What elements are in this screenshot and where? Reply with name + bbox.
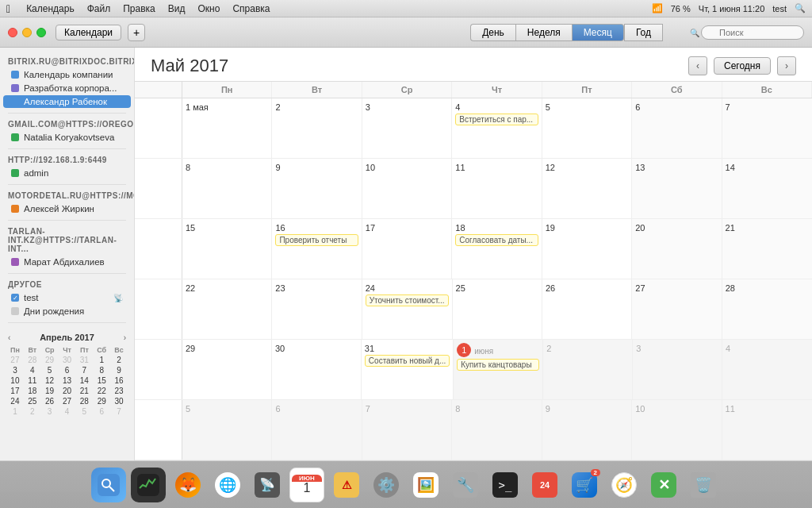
calendar-day-cell[interactable]: 1 июня Купить канцтовары [454,340,543,399]
fullscreen-button[interactable] [36,28,46,37]
mini-cal-day[interactable]: 21 [75,386,93,396]
add-event-button[interactable]: + [128,24,145,41]
calendar-day-cell[interactable]: 6 [272,400,362,460]
sidebar-item-company-calendar[interactable]: Календарь компании [3,68,131,81]
sidebar-item-admin[interactable]: admin [3,167,131,179]
mini-cal-day[interactable]: 20 [59,386,76,396]
calendar-day-cell[interactable]: 14 [722,159,812,218]
calendar-day-cell[interactable]: 17 [362,219,452,279]
mini-cal-day[interactable]: 27 [6,355,24,365]
dock-item-prefs[interactable]: ⚙️ [369,468,404,502]
mini-cal-day[interactable]: 2 [24,406,41,417]
calendar-checkbox[interactable]: ✓ [11,294,19,302]
mini-cal-day[interactable]: 15 [93,375,110,386]
menu-file[interactable]: Файл [87,3,111,14]
mini-cal-day[interactable]: 9 [110,365,128,375]
calendar-day-cell[interactable]: 8 [452,400,542,460]
minimize-button[interactable] [22,28,32,37]
calendar-day-cell[interactable]: 19 [542,219,632,279]
menu-help[interactable]: Справка [232,3,270,14]
sidebar-item-birthdays[interactable]: Дни рождения [3,305,131,318]
mini-cal-day[interactable]: 18 [24,386,41,396]
mini-cal-day[interactable]: 13 [59,375,76,386]
calendar-event[interactable]: Встретиться с пар... [455,114,538,125]
mini-cal-day[interactable]: 29 [41,355,59,365]
calendar-day-cell[interactable]: 31 Составить новый д... [362,340,454,399]
dock-item-calendar[interactable]: ИЮН 1 [289,468,324,502]
mini-cal-day[interactable]: 14 [75,375,93,386]
calendar-day-cell[interactable]: 13 [632,159,722,218]
dock-item-finder[interactable] [91,468,126,502]
calendar-day-cell[interactable]: 25 [453,279,542,339]
mini-cal-day[interactable]: 25 [24,396,41,406]
dock-item-trash[interactable]: 🗑️ [686,468,721,502]
dock-item-appstore[interactable]: 🛒 2 [567,468,602,502]
calendar-today-button[interactable]: Сегодня [714,57,771,75]
calendar-day-cell[interactable]: 28 [722,279,812,339]
mini-cal-day[interactable]: 24 [6,396,24,406]
mini-cal-day[interactable]: 6 [93,406,110,417]
mini-cal-day[interactable]: 6 [59,365,76,375]
mini-cal-day[interactable]: 11 [24,375,41,386]
menu-window[interactable]: Окно [197,3,220,14]
calendar-day-cell[interactable]: 1 мая [182,98,272,158]
search-icon[interactable]: 🔍 [795,3,806,13]
calendar-day-cell[interactable]: 9 [272,159,362,218]
calendar-day-cell[interactable]: 15 [182,219,272,279]
calendar-day-cell[interactable]: 8 [182,159,272,218]
calendar-event[interactable]: Уточнить стоимост... [366,294,449,306]
mini-cal-day[interactable]: 5 [41,365,59,375]
sidebar-item-test[interactable]: ✓ test 📡 [3,291,131,304]
calendar-day-cell[interactable]: 10 [362,159,452,218]
sidebar-item-natalia[interactable]: Natalia Koryakovtseva [3,131,131,144]
mini-cal-day[interactable]: 22 [93,386,110,396]
calendar-day-cell[interactable]: 4 [722,340,812,399]
calendar-event[interactable]: Согласовать даты... [455,234,538,246]
dock-item-photos[interactable]: 🖼️ [408,468,443,502]
mini-cal-day[interactable]: 2 [110,355,128,365]
calendar-day-cell[interactable]: 3 [633,340,722,399]
mini-cal-day[interactable]: 1 [6,406,24,417]
mini-cal-next[interactable]: › [122,333,128,342]
calendar-day-cell[interactable]: 10 [632,400,722,460]
calendar-event[interactable]: Купить канцтовары [457,359,539,371]
calendar-day-cell[interactable]: 21 [722,219,812,279]
calendar-day-cell[interactable]: 18 Согласовать даты... [452,219,542,279]
calendar-event[interactable]: Проверить отчеты [275,234,358,246]
view-week-button[interactable]: Неделя [515,24,573,41]
mini-cal-day[interactable]: 3 [6,365,24,375]
mini-cal-day[interactable]: 4 [24,365,41,375]
dock-item-warning[interactable]: ⚠ [329,468,364,502]
calendar-day-cell[interactable]: 29 [182,340,272,399]
app-name[interactable]: Календарь [26,3,75,14]
mini-cal-day[interactable]: 28 [75,396,93,406]
mini-cal-prev[interactable]: ‹ [6,333,12,342]
calendar-day-cell[interactable]: 7 [722,98,812,158]
calendar-day-cell[interactable]: 22 [182,279,272,339]
mini-cal-day[interactable]: 12 [41,375,59,386]
sidebar-item-corp-dev[interactable]: Разработка корпора... [3,82,131,94]
calendar-day-cell[interactable]: 11 [722,400,812,460]
mini-cal-day[interactable]: 7 [110,406,128,417]
mini-cal-day[interactable]: 30 [59,355,76,365]
mini-cal-day[interactable]: 17 [6,386,24,396]
sidebar-item-aleksandr[interactable]: Александр Рабенок [3,95,131,108]
mini-cal-day[interactable]: 4 [59,406,76,417]
calendar-event[interactable]: Составить новый д... [365,355,450,367]
apple-menu[interactable]:  [6,2,10,15]
mini-cal-day[interactable]: 5 [75,406,93,417]
calendar-next-button[interactable]: › [777,56,796,75]
dock-item-activity[interactable] [131,468,166,502]
menu-edit[interactable]: Правка [123,3,155,14]
calendar-day-cell[interactable]: 20 [632,219,722,279]
dock-item-bt[interactable]: 📡 [250,468,285,502]
mini-cal-day[interactable]: 31 [75,355,93,365]
dock-item-bitrix24[interactable]: 24 [527,468,562,502]
view-month-button[interactable]: Месяц [573,24,624,41]
mini-cal-day[interactable]: 16 [110,375,128,386]
calendar-day-cell[interactable]: 16 Проверить отчеты [272,219,362,279]
dock-item-safari[interactable]: 🧭 [607,468,642,502]
sidebar-item-marat[interactable]: Марат Абдихалиев [3,256,131,268]
mini-cal-day[interactable]: 28 [24,355,41,365]
calendars-button[interactable]: Календари [56,25,121,40]
